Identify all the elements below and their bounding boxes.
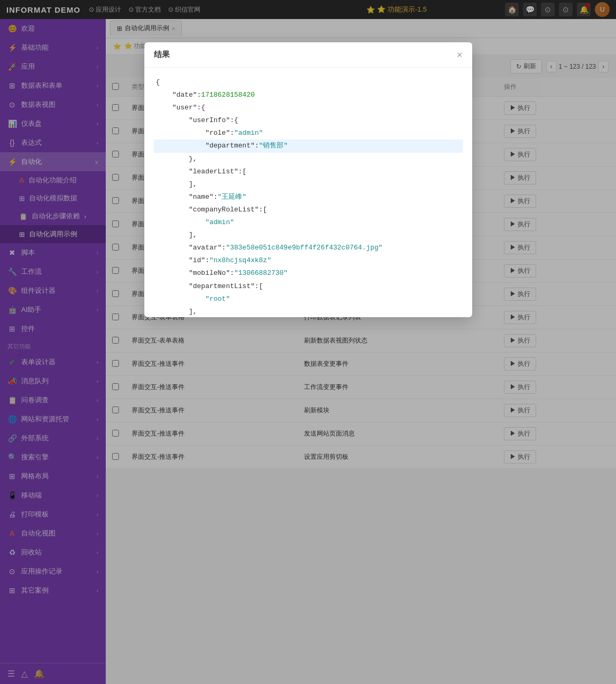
json-line: "date":1718628158420 — [154, 89, 463, 101]
json-line: "leaderList":[ — [154, 165, 463, 178]
modal-overlay[interactable]: 结果 × { "date":1718628158420 "user":{ "us… — [0, 0, 616, 684]
json-line: "name":"王延峰" — [154, 191, 463, 204]
json-line: "role":"admin" — [154, 127, 463, 140]
json-line: "admin" — [154, 216, 463, 229]
modal-body: { "date":1718628158420 "user":{ "userInf… — [144, 68, 472, 317]
json-line: ], — [154, 306, 463, 317]
json-line: "user":{ — [154, 101, 463, 114]
modal-title: 结果 — [154, 50, 170, 60]
json-line: ], — [154, 178, 463, 191]
json-line: "root" — [154, 293, 463, 306]
result-modal: 结果 × { "date":1718628158420 "user":{ "us… — [144, 42, 472, 317]
json-content: { "date":1718628158420 "user":{ "userInf… — [154, 76, 463, 317]
modal-header: 结果 × — [144, 42, 472, 68]
json-line: "avatar":"383e58e051c849e9bff4f26f432c07… — [154, 242, 463, 254]
json-line: "departmentList":[ — [154, 280, 463, 293]
json-line: "mobileNo":"13066882730" — [154, 267, 463, 280]
json-line: "userInfo":{ — [154, 114, 463, 127]
json-line: "department":"销售部" — [154, 140, 463, 152]
modal-close-btn[interactable]: × — [457, 50, 463, 60]
json-line: ], — [154, 229, 463, 242]
json-line: "companyRoleList":[ — [154, 204, 463, 216]
json-line: { — [154, 76, 463, 89]
json-line: "id":"nx8hcjsq4xk8z" — [154, 254, 463, 267]
json-line: }, — [154, 153, 463, 165]
